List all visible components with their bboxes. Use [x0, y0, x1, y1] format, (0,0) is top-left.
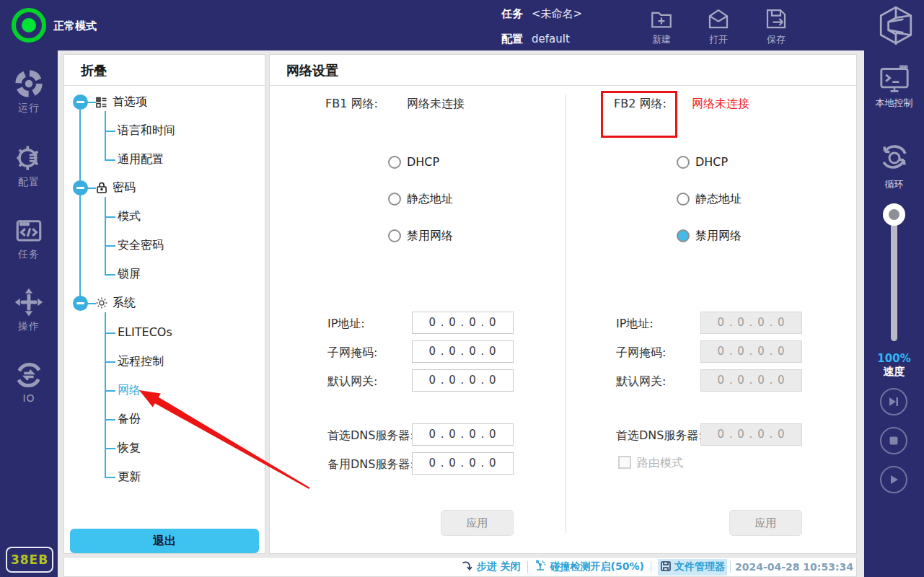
tree-node-password[interactable]: 密码 — [113, 180, 136, 195]
save-task-button[interactable]: 保存 — [753, 6, 799, 46]
local-control-button[interactable]: 本地控制 — [864, 65, 924, 110]
tree-node-system[interactable]: 系统 — [113, 296, 136, 311]
fb2-radio-disable-label[interactable]: 禁用网络 — [695, 229, 742, 244]
tree-item-general-config[interactable]: 通用配置 — [118, 152, 164, 167]
tree-item-elitecos[interactable]: ELITECOs — [118, 325, 172, 339]
tree-collapse-toggle[interactable] — [73, 180, 88, 195]
robot-status-icon — [12, 8, 46, 43]
task-label: 任务 — [501, 7, 523, 20]
tree-item-update[interactable]: 更新 — [118, 470, 141, 485]
save-icon — [753, 6, 799, 32]
clock-timestamp: 2024-04-28 10:53:34 — [735, 561, 853, 573]
fb1-ip-field[interactable]: 0 . 0 . 0 . 0 — [412, 312, 514, 334]
task-row: 任务<未命名> — [501, 7, 582, 21]
collision-icon — [534, 560, 547, 574]
fb2-radio-dhcp-label[interactable]: DHCP — [695, 155, 728, 169]
collision-detection-status[interactable]: 碰撞检测开启(50%) — [534, 560, 644, 574]
step-icon — [462, 560, 474, 574]
play-button[interactable] — [880, 466, 907, 493]
route-mode-checkbox — [618, 456, 631, 469]
speed-slider-track[interactable] — [891, 215, 897, 341]
play-icon — [881, 472, 906, 487]
fb1-dns1-label: 首选DNS服务器: — [327, 428, 414, 444]
sidebar-item-operate[interactable]: 操作 — [0, 287, 58, 333]
fb1-gateway-label: 默认网关: — [327, 374, 377, 389]
tree-item-restore[interactable]: 恢复 — [118, 441, 141, 456]
exit-button[interactable]: 退出 — [70, 529, 259, 553]
step-mode-status[interactable]: 步进 关闭 — [462, 560, 521, 574]
fb1-name-label: FB1 网络: — [325, 97, 378, 112]
tree-item-network[interactable]: 网络 — [118, 383, 141, 398]
collapse-header[interactable]: 折叠 — [64, 55, 265, 86]
loop-button[interactable]: 循环 — [864, 141, 924, 191]
fb1-dns2-label: 备用DNS服务器: — [327, 457, 414, 472]
sidebar-item-run[interactable]: 运行 — [0, 69, 58, 115]
tree-item-language-time[interactable]: 语言和时间 — [118, 123, 175, 138]
fb2-gateway-field: 0 . 0 . 0 . 0 — [700, 369, 802, 392]
file-manager-button[interactable]: 文件管理器 — [658, 559, 727, 576]
fb1-radio-disable-label[interactable]: 禁用网络 — [407, 229, 453, 244]
fb1-radio-static-label[interactable]: 静态地址 — [407, 192, 453, 207]
preferences-icon — [95, 96, 108, 112]
open-icon — [695, 6, 742, 32]
fb2-mask-field: 0 . 0 . 0 . 0 — [700, 340, 802, 363]
top-bar: 正常模式 任务<未命名> 配置default 新建 打开 保存 — [0, 0, 924, 50]
route-mode-label: 路由模式 — [637, 456, 683, 471]
fb1-radio-disable[interactable] — [388, 229, 401, 242]
task-icon — [0, 215, 58, 245]
speed-slider-knob[interactable] — [883, 203, 905, 226]
fb1-radio-static[interactable] — [388, 193, 401, 206]
tree-item-mode[interactable]: 模式 — [118, 209, 141, 224]
sidebar-item-io[interactable]: IO — [0, 361, 58, 404]
network-settings-panel: 网络设置 FB1 网络: 网络未连接 DHCP 静态地址 禁用网络 IP地址: … — [269, 54, 857, 554]
fb1-mask-label: 子网掩码: — [327, 345, 377, 361]
fb1-mask-field[interactable]: 0 . 0 . 0 . 0 — [412, 340, 514, 363]
tree-collapse-toggle[interactable] — [73, 94, 88, 110]
fb1-radio-dhcp-label[interactable]: DHCP — [407, 155, 439, 169]
fb2-dns1-label: 首选DNS服务器: — [616, 428, 703, 444]
tree-item-backup[interactable]: 备份 — [118, 412, 141, 427]
speed-percent: 100% — [864, 352, 924, 365]
fb2-name-label: FB2 网络: — [614, 97, 666, 112]
tree-spine-line — [79, 102, 81, 304]
fb1-radio-dhcp[interactable] — [388, 156, 401, 169]
checksum-badge: 38EB — [6, 547, 53, 573]
task-value: <未命名> — [532, 7, 582, 20]
sidebar-item-task[interactable]: 任务 — [0, 215, 58, 261]
sidebar-item-config[interactable]: 配置 — [0, 143, 58, 189]
open-task-button[interactable]: 打开 — [695, 6, 742, 46]
tree-item-safety-password[interactable]: 安全密码 — [118, 238, 164, 253]
stop-button[interactable] — [880, 427, 907, 454]
fb2-radio-disable[interactable] — [677, 229, 690, 242]
column-divider — [566, 94, 566, 533]
gear-icon — [95, 296, 108, 312]
step-mode-label: 步进 关闭 — [477, 560, 521, 573]
fb1-dns2-field[interactable]: 0 . 0 . 0 . 0 — [412, 452, 514, 475]
settings-tree-panel: 折叠 首选项 语言和时间 通用配置 密码 模式 安全密码 锁屏 系统 ELITE… — [63, 54, 265, 554]
tree-item-lock-screen[interactable]: 锁屏 — [118, 267, 141, 282]
fb1-gateway-field[interactable]: 0 . 0 . 0 . 0 — [412, 369, 514, 392]
fb2-radio-static-label[interactable]: 静态地址 — [695, 192, 742, 207]
run-icon — [0, 69, 58, 99]
fb2-radio-dhcp[interactable] — [677, 156, 690, 169]
stop-icon — [881, 433, 906, 448]
file-manager-label: 文件管理器 — [674, 560, 725, 573]
fb1-dns1-field[interactable]: 0 . 0 . 0 . 0 — [412, 423, 514, 446]
fb2-apply-button[interactable]: 应用 — [729, 510, 802, 536]
new-task-button[interactable]: 新建 — [638, 6, 685, 46]
tree-node-preferences[interactable]: 首选项 — [113, 94, 147, 110]
mode-label: 正常模式 — [53, 19, 97, 33]
status-bar: 步进 关闭 碰撞检测开启(50%) 文件管理器 2024-04-28 10:53… — [63, 557, 857, 577]
tree-collapse-toggle[interactable] — [73, 296, 88, 311]
fb2-status: 网络未连接 — [692, 97, 749, 112]
loop-icon — [864, 141, 924, 175]
config-label: 配置 — [501, 32, 523, 45]
config-row: 配置default — [501, 32, 570, 46]
operate-move-icon — [0, 287, 58, 317]
fb2-dns1-field: 0 . 0 . 0 . 0 — [700, 423, 802, 446]
step-forward-button[interactable] — [880, 388, 907, 415]
fb2-radio-static[interactable] — [677, 193, 690, 206]
lock-icon — [95, 181, 108, 197]
fb1-apply-button[interactable]: 应用 — [441, 510, 514, 536]
tree-item-remote-control[interactable]: 远程控制 — [118, 354, 164, 369]
